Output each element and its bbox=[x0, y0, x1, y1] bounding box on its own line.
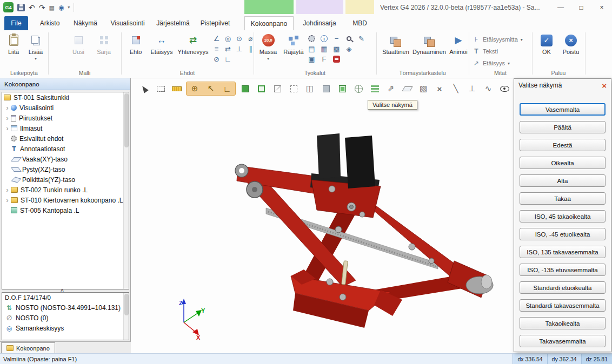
tree-item[interactable]: ST-005 Kantopala .L bbox=[2, 205, 129, 215]
exit-button[interactable]: × Poistu bbox=[558, 33, 583, 55]
view-button-standardi-takavasemmalta[interactable]: Standardi takavasemmalta bbox=[520, 299, 606, 312]
symmetry-constraint-icon[interactable]: ⇄ bbox=[222, 44, 234, 54]
tab-mbd[interactable]: MBD bbox=[345, 16, 374, 30]
expand-chevron-icon[interactable]: › bbox=[4, 186, 11, 194]
distance-measure-row[interactable]: ⊦ Etäisyysmitta ▾ bbox=[473, 36, 523, 43]
green-cube-icon[interactable] bbox=[335, 82, 349, 95]
view-button-alta[interactable]: Alta bbox=[520, 174, 606, 187]
lock-constraint-icon[interactable]: ⊘ bbox=[211, 54, 222, 64]
qat-dropdown-icon[interactable]: ▾ bbox=[68, 5, 70, 10]
tree-item[interactable]: › Ilmiasut bbox=[2, 123, 129, 133]
magic-wand-icon[interactable]: ╲ bbox=[449, 82, 463, 95]
minus-icon[interactable]: − bbox=[331, 33, 342, 44]
view-button-iso-135[interactable]: ISO, -135 etuvasemmalta bbox=[520, 264, 606, 276]
redo-icon[interactable]: ↷ bbox=[39, 3, 45, 12]
shaded-cube-icon[interactable] bbox=[238, 82, 252, 95]
view-button-paalta[interactable]: Päältä bbox=[520, 121, 606, 133]
boxed-icon[interactable]: ▣ bbox=[306, 54, 317, 64]
export-view-icon[interactable]: ⇗ bbox=[384, 82, 398, 95]
box-select-icon[interactable] bbox=[154, 82, 168, 95]
zoom-icon[interactable] bbox=[343, 33, 355, 44]
tab-file[interactable]: File bbox=[4, 16, 28, 30]
coincidence-button[interactable]: ⇄ Yhtenevyys bbox=[176, 33, 210, 55]
perpendicular-constraint-icon[interactable]: ⊥ bbox=[234, 44, 245, 54]
tree-item[interactable]: Pysty(XZ)-taso bbox=[2, 164, 129, 174]
tangent-constraint-icon[interactable]: ⊙ bbox=[234, 33, 245, 44]
view-button-takavasemmalta[interactable]: Takavasemmalta bbox=[520, 335, 606, 347]
angle-constraint-icon[interactable]: ∠ bbox=[211, 33, 222, 44]
view-button-takaoikealta[interactable]: Takaoikealta bbox=[520, 317, 606, 329]
sheet-plane-icon[interactable] bbox=[400, 82, 414, 95]
distance-constraint-button[interactable]: ↔ Etäisyys bbox=[148, 33, 175, 55]
snap-corner-icon[interactable]: ∟ bbox=[220, 82, 234, 95]
shaded-edges-cube-icon[interactable] bbox=[254, 82, 268, 95]
tree-item[interactable]: › Piirustukset bbox=[2, 113, 129, 123]
constraint-item[interactable]: ◎ Samankeskisyys bbox=[2, 323, 129, 333]
ok-button[interactable]: ✓ OK bbox=[536, 33, 557, 55]
diameter-constraint-icon[interactable]: ⌀ bbox=[245, 33, 256, 44]
mass-button[interactable]: 10,0 Massa ▾ bbox=[256, 33, 280, 60]
distance-row[interactable]: ↗ Etäisyys ▾ bbox=[473, 59, 510, 67]
tree-item[interactable]: › Visualisointi bbox=[2, 103, 129, 113]
batch-icon[interactable]: ▦ bbox=[49, 3, 54, 12]
concentric-constraint-icon[interactable]: ◎ bbox=[222, 33, 234, 44]
pattern-button[interactable]: Sarja bbox=[92, 33, 116, 55]
static-collision-button[interactable]: Staattinen bbox=[380, 33, 411, 55]
constraint-item[interactable]: ⇅ NOSTO (NOSTO-34.4991=104.131) bbox=[2, 302, 129, 313]
view-button-vasemmalta[interactable]: Vasemmalta bbox=[520, 103, 606, 116]
tab-arkisto[interactable]: Arkisto bbox=[34, 16, 66, 30]
view-sphere-icon[interactable] bbox=[351, 82, 365, 95]
wireframe-cube-icon[interactable] bbox=[270, 82, 284, 95]
gear-icon[interactable] bbox=[306, 33, 317, 44]
coincident-constraint-icon[interactable]: ≡ bbox=[211, 44, 222, 54]
corner-constraint-icon[interactable]: ∟ bbox=[222, 54, 234, 64]
constraint-button[interactable]: Ehto bbox=[124, 33, 147, 55]
ruler-icon[interactable] bbox=[170, 82, 184, 95]
select-cursor-icon[interactable] bbox=[137, 82, 151, 95]
minimize-button[interactable]: — bbox=[550, 0, 571, 15]
text-dimension-row[interactable]: T Teksti bbox=[473, 48, 498, 55]
tab-visualisointi[interactable]: Visualisointi bbox=[105, 16, 150, 30]
snap-grid-icon[interactable]: ⊕ bbox=[188, 82, 202, 95]
dynamic-collision-button[interactable]: Dynaaminen bbox=[412, 33, 447, 55]
tree-item[interactable]: T Annotaatiotasot bbox=[2, 144, 129, 154]
add-button[interactable]: Lisää ▾ bbox=[25, 33, 46, 60]
tab-kokoonpano[interactable]: Kokoonpano bbox=[244, 16, 294, 30]
delete-view-icon[interactable]: × bbox=[433, 82, 447, 95]
save-icon[interactable] bbox=[17, 4, 25, 11]
tab-johdinsarja[interactable]: Johdinsarja bbox=[296, 16, 343, 30]
expand-chevron-icon[interactable]: › bbox=[4, 104, 11, 112]
tree-item-root[interactable]: ST-001 Saksitunkki bbox=[2, 92, 129, 103]
gem-icon[interactable]: ◈ bbox=[343, 44, 355, 54]
eye-icon[interactable] bbox=[497, 82, 511, 95]
tab-nakyma[interactable]: Näkymä bbox=[69, 16, 102, 30]
hidden-lines-cube-icon[interactable] bbox=[287, 82, 301, 95]
close-button[interactable]: × bbox=[591, 0, 612, 15]
tree-item[interactable]: Poikittais(YZ)-taso bbox=[2, 174, 129, 185]
measure-wave-icon[interactable]: ∿ bbox=[481, 82, 495, 95]
record-icon[interactable]: ◉ bbox=[58, 3, 64, 12]
shadow-cube-icon[interactable]: ▧ bbox=[416, 82, 430, 95]
tab-jarjestelma[interactable]: Järjestelmä bbox=[153, 16, 193, 30]
tree-item[interactable]: › ST-002 Tunkin runko .L bbox=[2, 185, 129, 195]
snap-cursor-icon[interactable]: ↖ bbox=[204, 82, 218, 95]
scissor-jack-model[interactable] bbox=[235, 133, 493, 328]
undo-icon[interactable]: ↶ bbox=[29, 3, 35, 12]
expand-chevron-icon[interactable]: › bbox=[4, 114, 11, 122]
view-button-iso-45[interactable]: ISO, -45 etuoikealta bbox=[520, 228, 606, 240]
tab-kokoonpano-panel[interactable]: Kokoonpano bbox=[1, 342, 55, 353]
table-icon[interactable]: ▤ bbox=[306, 44, 317, 54]
pattern-grid-icon[interactable]: ▩ bbox=[331, 44, 342, 54]
tree-item[interactable]: › ST-010 Kiertovarren kokoonpano .L bbox=[2, 195, 129, 205]
maximize-button[interactable]: □ bbox=[571, 0, 591, 15]
info-icon[interactable]: i bbox=[318, 33, 330, 44]
tree-item[interactable]: Esivalitut ehdot bbox=[2, 133, 129, 144]
tree-item[interactable]: Vaaka(XY)-taso bbox=[2, 154, 129, 164]
view-button-takaa[interactable]: Takaa bbox=[520, 192, 606, 205]
expand-chevron-icon[interactable]: › bbox=[4, 125, 11, 132]
view-button-iso135[interactable]: ISO, 135 takavasemmalta bbox=[520, 246, 606, 258]
layers-icon[interactable] bbox=[368, 82, 382, 95]
function-key-icon[interactable]: F bbox=[318, 54, 330, 64]
paste-button[interactable]: Liitä bbox=[3, 33, 24, 55]
app-logo[interactable]: G4 bbox=[3, 2, 14, 12]
